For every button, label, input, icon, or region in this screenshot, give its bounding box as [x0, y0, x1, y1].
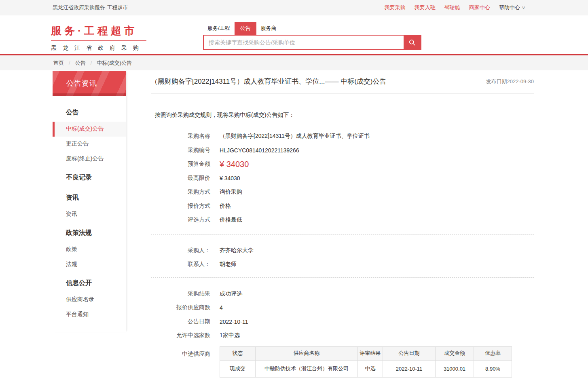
logo-divider — [51, 40, 146, 41]
site-name: 黑龙江省政府采购服务·工程超市 — [53, 4, 128, 11]
field-row: 联系人：胡老师 — [151, 257, 534, 272]
table-header-cell: 优惠率 — [474, 346, 512, 360]
field-row: 采购名称（黑财购备字[2022]14311号）成人教育毕业证书、学位证书 — [151, 129, 534, 143]
topbar-links: 我要采购我要入驻驾驶舱商家中心 帮助中心 ∨ — [385, 4, 525, 11]
search-box — [203, 35, 421, 50]
field-value: 胡老师 — [220, 261, 237, 268]
field-row: 允许中选家数1家中选 — [151, 329, 534, 343]
search-input[interactable] — [204, 36, 404, 49]
field-label: 最高限价 — [151, 175, 210, 182]
field-value: 询价采购 — [220, 188, 242, 196]
field-group-procurement: 采购名称（黑财购备字[2022]14311号）成人教育毕业证书、学位证书采购编号… — [151, 129, 534, 227]
search-tabs: 服务/工程公告服务商 — [203, 22, 421, 35]
breadcrumb-separator: / — [91, 60, 92, 66]
main-content: （黑财购备字[2022]14311号）成人教育毕业证书、学位...—— 中标(成… — [151, 70, 534, 378]
field-label: 采购方式 — [151, 188, 210, 196]
field-group-result: 采购结果成功评选报价供应商数4公告日期2022-10-11允许中选家数1家中选 — [151, 287, 534, 343]
sidebar-section-header-3: 资讯 — [53, 187, 126, 207]
table-row: 现成交中融防伪技术（浙江台州）有限公司中选2022-10-1131000.018… — [220, 360, 512, 377]
field-value: 价格最低 — [220, 216, 242, 224]
topbar-link-2[interactable]: 我要入驻 — [415, 4, 436, 11]
field-label: 预算金额 — [151, 160, 210, 168]
table-header-cell: 评审结果 — [358, 346, 383, 360]
table-header-row: 状态供应商名称评审结果公告日期成交金额优惠率 — [220, 346, 512, 360]
sidebar-item[interactable]: 废标(终止)公告 — [53, 152, 126, 167]
field-row: 报价方式价格 — [151, 199, 534, 213]
field-label: 公告日期 — [151, 318, 210, 325]
breadcrumb-item-1[interactable]: 首页 — [53, 59, 64, 67]
field-group-buyer: 采购人：齐齐哈尔大学联系人：胡老师 — [151, 244, 534, 272]
chevron-down-icon: ∨ — [521, 5, 525, 10]
article-header: （黑财购备字[2022]14311号）成人教育毕业证书、学位...—— 中标(成… — [151, 70, 534, 94]
field-value: ¥ 34030 — [220, 175, 240, 181]
sidebar-item[interactable]: 平台通知 — [53, 307, 126, 322]
table-cell: 中融防伪技术（浙江台州）有限公司 — [256, 360, 358, 377]
topbar-link-1[interactable]: 我要采购 — [385, 4, 406, 11]
topbar-link-4[interactable]: 商家中心 — [469, 4, 490, 11]
table-cell: 中选 — [358, 360, 383, 377]
sidebar-section-header-2: 不良记录 — [53, 167, 126, 187]
field-row: 采购编号HLJGCYC08140120221139266 — [151, 143, 534, 158]
field-label: 报价方式 — [151, 203, 210, 210]
sidebar-item[interactable]: 供应商名录 — [53, 292, 126, 307]
table-header-cell: 状态 — [220, 346, 256, 360]
field-row: 评选方式价格最低 — [151, 213, 534, 227]
field-value: 4 — [220, 304, 223, 311]
field-value: 成功评选 — [220, 290, 242, 297]
table-cell: 现成交 — [220, 360, 256, 377]
field-row: 预算金额¥ 34030 — [151, 157, 534, 171]
intro-text: 按照询价采购成交规则，现将采购中标(成交)公告如下： — [155, 111, 534, 119]
field-label: 联系人： — [151, 261, 210, 268]
field-row: 采购人：齐齐哈尔大学 — [151, 244, 534, 258]
sidebar-item[interactable]: 中标(成交)公告 — [53, 122, 126, 137]
logo-title: 服务·工程超市 — [51, 24, 147, 38]
field-row: 公告日期2022-10-11 — [151, 315, 534, 329]
tab-1[interactable]: 服务/工程 — [203, 22, 235, 35]
site-logo[interactable]: 服务·工程超市 黑龙江省政府采购 — [51, 24, 147, 52]
search-area: 服务/工程公告服务商 — [203, 22, 421, 50]
search-button[interactable] — [404, 36, 421, 49]
page-body: 公告资讯 公告中标(成交)公告更正公告废标(终止)公告不良记录资讯资讯政策法规政… — [0, 70, 588, 383]
breadcrumb-separator: / — [69, 60, 70, 66]
sidebar-item[interactable]: 资讯 — [53, 207, 126, 222]
supplier-table-label: 中选供应商 — [151, 346, 210, 378]
topbar: 黑龙江省政府采购服务·工程超市 我要采购我要入驻驾驶舱商家中心 帮助中心 ∨ — [0, 0, 588, 15]
field-label: 报价供应商数 — [151, 304, 210, 311]
field-label: 允许中选家数 — [151, 332, 210, 339]
field-value: ¥ 34030 — [220, 160, 249, 169]
field-value: （黑财购备字[2022]14311号）成人教育毕业证书、学位证书 — [220, 133, 370, 140]
table-cell: 31000.01 — [436, 360, 474, 377]
topbar-link-3[interactable]: 驾驶舱 — [444, 4, 460, 11]
help-center-label: 帮助中心 — [499, 4, 520, 11]
help-center-menu[interactable]: 帮助中心 ∨ — [499, 4, 525, 11]
field-label: 采购结果 — [151, 290, 210, 297]
sidebar-item[interactable]: 政策 — [53, 242, 126, 257]
breadcrumb-item-3[interactable]: 中标(成交)公告 — [97, 59, 132, 67]
tab-2[interactable]: 公告 — [235, 22, 256, 35]
field-row: 采购结果成功评选 — [151, 287, 534, 301]
sidebar-nav: 公告中标(成交)公告更正公告废标(终止)公告不良记录资讯资讯政策法规政策法规信息… — [53, 96, 126, 332]
search-icon — [408, 38, 416, 46]
supplier-table: 状态供应商名称评审结果公告日期成交金额优惠率 现成交中融防伪技术（浙江台州）有限… — [220, 346, 512, 378]
field-value: HLJGCYC08140120221139266 — [220, 147, 299, 154]
table-header-cell: 公告日期 — [383, 346, 436, 360]
field-value: 2022-10-11 — [220, 319, 248, 325]
tab-3[interactable]: 服务商 — [256, 22, 281, 35]
field-value: 1家中选 — [220, 332, 240, 339]
field-label: 采购名称 — [151, 133, 210, 140]
field-row: 报价供应商数4 — [151, 301, 534, 315]
field-row: 最高限价¥ 34030 — [151, 171, 534, 186]
page-title: （黑财购备字[2022]14311号）成人教育毕业证书、学位...—— 中标(成… — [151, 77, 387, 86]
supplier-table-block: 中选供应商 状态供应商名称评审结果公告日期成交金额优惠率 现成交中融防伪技术（浙… — [151, 346, 534, 378]
sidebar-item[interactable]: 法规 — [53, 257, 126, 272]
table-header-cell: 成交金额 — [436, 346, 474, 360]
field-row: 采购方式询价采购 — [151, 185, 534, 199]
logo-subtitle: 黑龙江省政府采购 — [51, 44, 147, 52]
table-cell: 8.90% — [474, 360, 512, 377]
breadcrumb: 首页/公告/中标(成交)公告 — [0, 55, 588, 70]
sidebar-section-header-5: 信息公开 — [53, 272, 126, 292]
sidebar-section-header-4: 政策法规 — [53, 222, 126, 242]
header: 服务·工程超市 黑龙江省政府采购 服务/工程公告服务商 — [0, 15, 588, 55]
breadcrumb-item-2[interactable]: 公告 — [75, 59, 86, 67]
sidebar-item[interactable]: 更正公告 — [53, 137, 126, 152]
